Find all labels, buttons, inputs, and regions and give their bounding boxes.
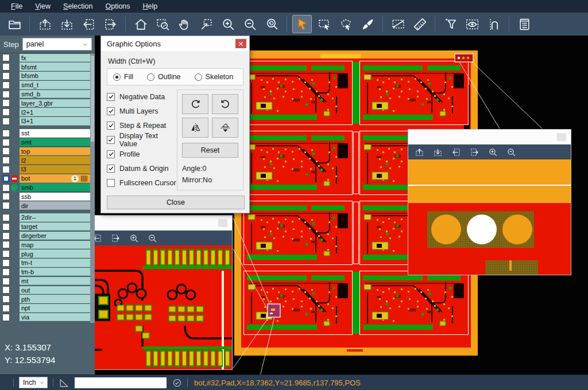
pan-right-button[interactable] xyxy=(109,232,122,244)
window-button[interactable] xyxy=(218,219,227,227)
measure-point-button[interactable] xyxy=(388,15,408,33)
checkbox-step-repeat[interactable]: Step & Repeat xyxy=(107,118,177,132)
radio-skeleton[interactable]: Skeleton xyxy=(195,73,234,81)
apply-check-icon[interactable] xyxy=(172,378,182,388)
pan-hand-button[interactable] xyxy=(175,15,194,33)
move-left-button[interactable] xyxy=(79,15,98,33)
layer-visibility-checkbox[interactable] xyxy=(2,241,10,248)
layer-row-target[interactable]: target xyxy=(0,222,90,231)
layer-visibility-checkbox[interactable] xyxy=(2,259,10,267)
layer-row-top[interactable]: top xyxy=(0,147,90,156)
zoom-home-button[interactable] xyxy=(131,15,150,33)
layer-row-bot[interactable]: bot1 xyxy=(0,174,90,183)
layer-visibility-checkbox[interactable] xyxy=(2,99,10,107)
layer-visibility-checkbox[interactable] xyxy=(2,250,10,258)
pan-left-button[interactable] xyxy=(450,146,462,158)
move-up-button[interactable] xyxy=(35,15,55,33)
select-rectangle-button[interactable] xyxy=(314,15,334,33)
layer-row-out[interactable]: out xyxy=(0,286,90,295)
view-options-button[interactable] xyxy=(462,15,482,33)
layer-row-smt[interactable]: smt xyxy=(0,138,90,147)
layer-visibility-checkbox[interactable] xyxy=(2,130,10,137)
layer-visibility-checkbox[interactable] xyxy=(2,54,10,61)
zoom-window-pads[interactable] xyxy=(408,129,571,275)
layer-visibility-checkbox[interactable] xyxy=(2,175,10,182)
window-button[interactable] xyxy=(557,133,566,141)
rotate-cw-button[interactable] xyxy=(182,94,208,114)
layer-row-smd_t[interactable]: smd_t xyxy=(0,80,90,89)
layer-visibility-checkbox[interactable] xyxy=(2,157,10,164)
layer-visibility-checkbox[interactable] xyxy=(2,147,10,155)
layer-visibility-checkbox[interactable] xyxy=(2,295,10,303)
menu-file[interactable]: File xyxy=(5,1,29,11)
layer-row-dir[interactable]: dir xyxy=(0,201,90,210)
layer-visibility-checkbox[interactable] xyxy=(2,72,10,80)
layer-row-tm-t[interactable]: tm-t xyxy=(0,259,90,268)
layer-row-layer_3.gbr[interactable]: layer_3.gbr xyxy=(0,99,90,108)
select-pointer-button[interactable] xyxy=(292,15,312,33)
layer-row-2dir--[interactable]: 2dir-- xyxy=(0,213,90,223)
checkbox-display-text-value[interactable]: Display Text Value xyxy=(107,132,177,147)
report-button[interactable] xyxy=(514,15,534,33)
pan-up-button[interactable] xyxy=(413,146,425,158)
layer-row-plug[interactable]: plug xyxy=(0,249,90,259)
checkbox-datum-origin[interactable]: Datum & Origin xyxy=(107,161,177,176)
checkbox-negative-data[interactable]: Negative Data xyxy=(107,89,177,104)
dialog-close-button[interactable] xyxy=(235,39,246,48)
layer-row-smd_b[interactable]: smd_b xyxy=(0,89,90,99)
angle-mode-icon[interactable] xyxy=(59,377,69,388)
zoom-window-button[interactable] xyxy=(153,15,172,33)
layer-visibility-checkbox[interactable] xyxy=(2,81,10,89)
layer-visibility-checkbox[interactable] xyxy=(2,202,10,209)
unit-select[interactable]: Inch xyxy=(19,377,48,388)
layer-row-l3[interactable]: l3 xyxy=(0,165,90,174)
reset-button[interactable]: Reset xyxy=(182,143,238,158)
layer-visibility-checkbox[interactable] xyxy=(2,286,10,294)
pan-down-button[interactable] xyxy=(431,146,444,158)
layer-visibility-checkbox[interactable] xyxy=(2,314,10,321)
checkbox-multi-layers[interactable]: Multi Layers xyxy=(107,104,177,118)
layer-row-l2[interactable]: l2 xyxy=(0,156,90,165)
layer-visibility-checkbox[interactable] xyxy=(2,223,10,231)
layer-row-sst[interactable]: sst xyxy=(0,128,90,138)
zoom-out-button[interactable] xyxy=(240,15,260,33)
net-trace-button[interactable] xyxy=(484,15,504,33)
close-button[interactable]: Close xyxy=(107,196,245,209)
layer-visibility-checkbox[interactable] xyxy=(2,278,10,285)
layer-visibility-checkbox[interactable] xyxy=(2,118,10,125)
pan-view-button[interactable] xyxy=(196,15,216,33)
step-select[interactable]: panel xyxy=(22,38,92,50)
filter-button[interactable] xyxy=(440,15,460,33)
layer-visibility-checkbox[interactable] xyxy=(2,139,10,146)
mirror-vertical-button[interactable] xyxy=(182,118,208,138)
checkbox-profile[interactable]: Profile xyxy=(107,147,177,161)
layer-visibility-checkbox[interactable] xyxy=(2,184,10,192)
layer-row-tm-b[interactable]: tm-b xyxy=(0,267,90,276)
menu-options[interactable]: Options xyxy=(99,1,136,11)
zoom-in-button[interactable] xyxy=(486,146,499,158)
layer-visibility-checkbox[interactable] xyxy=(2,193,10,200)
layer-row-bfsmt[interactable]: bfsmt xyxy=(0,63,90,72)
command-input[interactable] xyxy=(75,377,167,388)
layer-visibility-checkbox[interactable] xyxy=(2,63,10,71)
layer-row-ssb[interactable]: ssb xyxy=(0,192,90,201)
layer-row-l2+1[interactable]: l2+1 xyxy=(0,108,90,117)
layer-visibility-checkbox[interactable] xyxy=(2,268,10,276)
layer-visibility-checkbox[interactable] xyxy=(2,214,10,221)
layer-row-l3+1[interactable]: l3+1 xyxy=(0,117,90,126)
layer-visibility-checkbox[interactable] xyxy=(2,166,10,173)
layer-visibility-checkbox[interactable] xyxy=(2,91,10,98)
dialog-titlebar[interactable]: Graphic Options xyxy=(101,36,249,51)
radio-fill[interactable]: Fill xyxy=(113,73,133,81)
highlight-brush-button[interactable] xyxy=(358,15,377,33)
zoom-window-titlebar[interactable] xyxy=(408,130,571,145)
move-down-button[interactable] xyxy=(57,15,76,33)
zoom-previous-button[interactable] xyxy=(262,15,281,33)
move-right-button[interactable] xyxy=(100,15,120,33)
zoom-out-button[interactable] xyxy=(505,146,517,158)
rotate-ccw-button[interactable] xyxy=(212,94,238,114)
menu-view[interactable]: View xyxy=(29,1,57,11)
layer-row-smb[interactable]: smb xyxy=(0,183,90,192)
select-polygon-button[interactable] xyxy=(336,15,355,33)
pan-right-button[interactable] xyxy=(468,146,481,158)
